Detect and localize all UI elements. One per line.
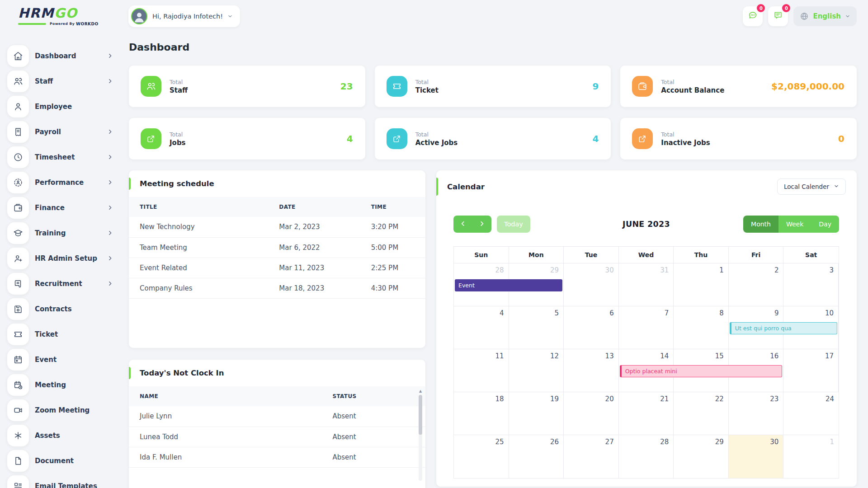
calendar-prev-button[interactable] (453, 216, 472, 233)
video-icon (7, 399, 29, 421)
calendar-day-cell-19[interactable]: 19 (509, 392, 564, 435)
chevron-right-icon (107, 254, 113, 263)
not-clock-in-card: Today's Not Clock In NAMESTATUSJulie Lyn… (129, 360, 425, 488)
messages-button[interactable]: 0 (768, 6, 788, 26)
sidebar-item-ticket[interactable]: Ticket (7, 324, 116, 345)
sidebar-item-event[interactable]: Event (7, 349, 116, 371)
sidebar-item-timesheet[interactable]: Timesheet (7, 146, 116, 168)
calendar-card: Calendar Local Calender (436, 170, 857, 487)
calendar-day-cell-20[interactable]: 20 (564, 392, 619, 435)
sidebar-item-label: HR Admin Setup (35, 254, 97, 263)
calendar-day-cell-26[interactable]: 26 (509, 435, 564, 478)
scrollbar-track[interactable] (419, 395, 422, 481)
calendar-day-cell-5[interactable]: 5 (509, 306, 564, 349)
sidebar-item-recruitment[interactable]: Recruitment (7, 273, 116, 295)
stat-card-prefix: Total (170, 79, 188, 85)
calendar-day-cell-7[interactable]: 7 (619, 306, 674, 349)
sidebar-item-payroll[interactable]: Payroll (7, 121, 116, 143)
calendar-event[interactable]: Optio placeat mini (620, 365, 783, 377)
chevron-right-icon (107, 153, 113, 162)
calendar-day-cell-8[interactable]: 8 (674, 306, 729, 349)
sidebar-item-training[interactable]: Training (7, 222, 116, 244)
calendar-day-cell-1[interactable]: 1 (674, 263, 729, 306)
chevron-right-icon (107, 204, 113, 212)
calendar-day-headers: SunMonTueWedThuFriSat (454, 247, 839, 263)
calendar-next-button[interactable] (472, 216, 491, 233)
sidebar-item-assets[interactable]: Assets (7, 425, 116, 446)
calendar-day-cell-30[interactable]: 30 (729, 435, 784, 478)
sidebar-item-zoom-meeting[interactable]: Zoom Meeting (7, 399, 116, 421)
table-cell: Ida F. Mullen (129, 447, 321, 467)
calendar-day-cell-18[interactable]: 18 (454, 392, 509, 435)
calendar-date-number: 13 (605, 352, 614, 360)
calendar-day-cell-22[interactable]: 22 (674, 392, 729, 435)
sidebar-item-performance[interactable]: Performance (7, 172, 116, 193)
calendar-day-cell-23[interactable]: 23 (729, 392, 784, 435)
calendar-day-cell-17[interactable]: 17 (783, 349, 839, 392)
sidebar-item-employee[interactable]: Employee (7, 96, 116, 117)
calendar-date-number: 28 (495, 266, 504, 274)
calendar-day-cell-3[interactable]: 3 (783, 263, 839, 306)
logo-powered-text: Powered By (50, 22, 75, 26)
calendar-day-cell-31[interactable]: 31 (619, 263, 674, 306)
table-scrollbar[interactable]: ▲ (418, 389, 423, 483)
calendar-date-number: 17 (825, 352, 834, 360)
sidebar-item-contracts[interactable]: Contracts (7, 298, 116, 320)
calendar-day-cell-6[interactable]: 6 (564, 306, 619, 349)
calendar-today-button[interactable]: Today (497, 216, 530, 233)
calendar-event[interactable]: Event (455, 279, 562, 291)
calendar-day-cell-4[interactable]: 4 (454, 306, 509, 349)
calendar-event[interactable]: Ut est qui porro qua (730, 322, 837, 334)
meeting-schedule-title: Meeting schedule (140, 179, 214, 188)
chat-button[interactable]: 0 (743, 6, 763, 26)
calendar-title: Calendar (447, 183, 485, 191)
sidebar-item-label: Dashboard (35, 52, 76, 60)
calendar-day-cell-25[interactable]: 25 (454, 435, 509, 478)
language-selector[interactable]: English (793, 6, 857, 26)
calendar-day-cell-27[interactable]: 27 (564, 435, 619, 478)
calendar-date-number: 7 (665, 309, 669, 317)
calendar-day-header: Tue (564, 247, 619, 263)
sidebar-item-email-templates[interactable]: Email Templates (7, 475, 116, 488)
sidebar-item-finance[interactable]: Finance (7, 197, 116, 219)
calendar-source-select[interactable]: Local Calender (777, 178, 846, 195)
calendar-view-month-button[interactable]: Month (743, 216, 778, 233)
scrollbar-up-arrow[interactable]: ▲ (418, 389, 423, 394)
calendar-day-cell-11[interactable]: 11 (454, 349, 509, 392)
sidebar-item-hr-admin-setup[interactable]: HR Admin Setup (7, 248, 116, 269)
table-row: Lunea ToddAbsent (129, 427, 425, 447)
chevron-down-icon (845, 12, 850, 21)
calendar-day-cell-13[interactable]: 13 (564, 349, 619, 392)
scrollbar-thumb[interactable] (419, 395, 422, 435)
ticket-icon (387, 76, 407, 97)
calendar-day-cell-12[interactable]: 12 (509, 349, 564, 392)
calendar-day-cell-21[interactable]: 21 (619, 392, 674, 435)
calendar-date-number: 19 (550, 395, 559, 403)
calendar-day-cell-2[interactable]: 2 (729, 263, 784, 306)
calendar-day-cell-24[interactable]: 24 (783, 392, 839, 435)
chevron-down-icon (834, 183, 839, 190)
calendar-source-value: Local Calender (784, 183, 829, 190)
sidebar-item-dashboard[interactable]: Dashboard (7, 45, 116, 67)
stat-card-label: Staff (170, 86, 188, 94)
calendar-day-cell-29[interactable]: 29 (674, 435, 729, 478)
table-cell: Mar 2, 2023 (268, 217, 360, 237)
wallet-icon (7, 197, 29, 219)
app-logo[interactable]: HRMGO Powered By WORKDO (0, 7, 128, 26)
calendar-view-week-button[interactable]: Week (778, 216, 811, 233)
calendar-week-row: 28293031123Event (454, 263, 839, 306)
calendar-day-cell-30[interactable]: 30 (564, 263, 619, 306)
calendar-day-cell-1[interactable]: 1 (783, 435, 839, 478)
table-column-header: STATUS (321, 386, 425, 406)
sidebar-item-document[interactable]: Document (7, 450, 116, 472)
sidebar-item-meeting[interactable]: Meeting (7, 374, 116, 396)
sidebar-item-staff[interactable]: Staff (7, 70, 116, 92)
sidebar-item-label: Training (35, 229, 66, 237)
table-cell: Event Related (129, 258, 268, 278)
table-cell: 4:30 PM (360, 278, 425, 298)
not-clock-in-title: Today's Not Clock In (140, 369, 224, 377)
calendar-view-day-button[interactable]: Day (811, 216, 839, 233)
user-menu[interactable]: Hi, Rajodiya Infotech! (128, 5, 240, 27)
meeting-schedule-table: TITLEDATETIMENew TechnologyMar 2, 20233:… (129, 197, 425, 299)
calendar-day-cell-28[interactable]: 28 (619, 435, 674, 478)
